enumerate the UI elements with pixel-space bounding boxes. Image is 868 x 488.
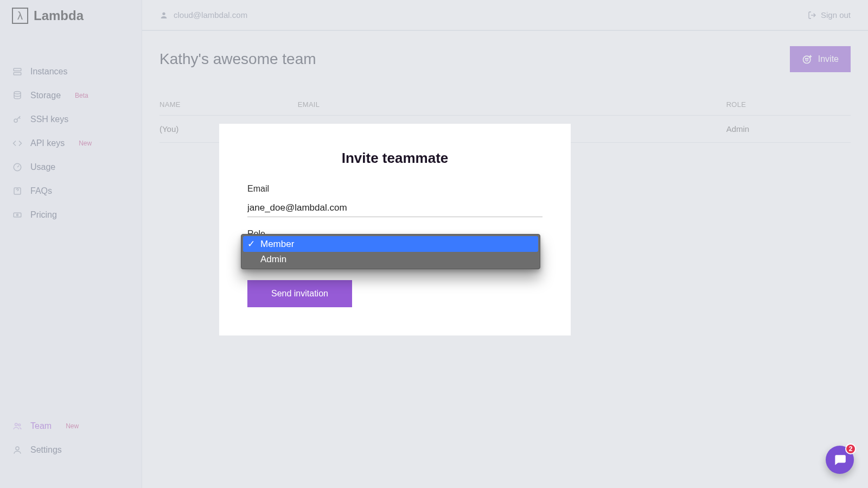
sidebar-item-settings[interactable]: Settings	[0, 439, 142, 461]
code-icon	[12, 138, 23, 149]
brand-name: Lambda	[34, 8, 84, 23]
topbar-user-email: cloud@lambdal.com	[174, 10, 247, 20]
role-option-label: Admin	[260, 254, 286, 265]
svg-point-2	[14, 92, 21, 94]
sidebar-item-label: Instances	[30, 67, 67, 77]
sidebar-bottom: Team New Settings	[0, 415, 142, 461]
sidebar-item-api-keys[interactable]: API keys New	[0, 132, 142, 154]
sidebar-item-label: Team	[30, 421, 52, 431]
signout-link[interactable]: Sign out	[808, 10, 851, 20]
sidebar-item-badge: New	[76, 139, 94, 148]
svg-point-7	[17, 214, 18, 216]
signout-label: Sign out	[821, 10, 851, 20]
database-icon	[12, 90, 23, 101]
sidebar-item-label: Settings	[30, 445, 62, 455]
sidebar-item-pricing[interactable]: Pricing	[0, 204, 142, 226]
sidebar-item-team[interactable]: Team New	[0, 415, 142, 437]
role-select-popup: ✓ Member Admin	[241, 234, 540, 269]
logo: λ Lambda	[0, 0, 142, 28]
send-invitation-label: Send invitation	[271, 289, 328, 298]
svg-point-15	[807, 58, 808, 59]
sidebar-item-usage[interactable]: Usage	[0, 156, 142, 178]
sidebar-item-instances[interactable]: Instances	[0, 61, 142, 83]
role-option-admin[interactable]: Admin	[243, 252, 538, 267]
team-icon	[12, 421, 23, 432]
svg-point-14	[805, 58, 806, 59]
sidebar-item-label: SSH keys	[30, 115, 68, 124]
invite-button[interactable]: Invite	[790, 46, 851, 72]
col-name: NAME	[159, 94, 298, 116]
gauge-icon	[12, 162, 23, 173]
sidebar-item-label: Pricing	[30, 210, 57, 220]
sidebar-item-label: Usage	[30, 162, 55, 172]
svg-point-9	[18, 424, 21, 426]
modal-title: Invite teammate	[247, 150, 542, 167]
svg-point-8	[15, 423, 18, 426]
money-icon	[12, 210, 23, 220]
svg-point-10	[16, 447, 19, 450]
svg-rect-6	[14, 213, 21, 217]
sidebar-item-label: Storage	[30, 91, 61, 100]
page-header: Kathy's awesome team Invite	[159, 46, 851, 72]
user-icon	[12, 445, 23, 455]
topbar-user[interactable]: cloud@lambdal.com	[159, 10, 247, 20]
role-option-member[interactable]: ✓ Member	[243, 236, 538, 252]
cell-role: Admin	[726, 116, 851, 143]
col-role: ROLE	[726, 94, 851, 116]
sidebar-nav: Instances Storage Beta SSH keys API key	[0, 61, 142, 226]
svg-point-13	[803, 56, 810, 63]
send-invitation-button[interactable]: Send invitation	[247, 280, 352, 307]
sidebar-item-ssh-keys[interactable]: SSH keys	[0, 109, 142, 130]
col-email: EMAIL	[298, 94, 726, 116]
person-icon	[159, 11, 168, 20]
svg-point-3	[14, 119, 17, 122]
topbar: cloud@lambdal.com Sign out	[142, 0, 868, 30]
sidebar-item-badge: Beta	[73, 91, 91, 100]
check-icon: ✓	[247, 238, 256, 250]
svg-rect-1	[14, 73, 21, 75]
sidebar-item-storage[interactable]: Storage Beta	[0, 85, 142, 106]
signout-icon	[808, 11, 816, 20]
page-title: Kathy's awesome team	[159, 50, 316, 68]
svg-point-11	[162, 12, 165, 15]
table-header-row: NAME EMAIL ROLE	[159, 94, 851, 116]
sidebar-item-label: API keys	[30, 138, 65, 148]
role-option-label: Member	[260, 239, 294, 250]
invite-button-label: Invite	[818, 54, 839, 64]
invite-modal: Invite teammate Email Role Send invitati…	[219, 124, 571, 335]
key-icon	[12, 114, 23, 125]
sidebar-item-label: FAQs	[30, 186, 52, 196]
smile-plus-icon	[802, 54, 813, 65]
field-email: Email	[247, 184, 542, 217]
chat-launcher[interactable]: 2	[826, 446, 854, 474]
sidebar: λ Lambda Instances Storage Beta	[0, 0, 142, 488]
email-label: Email	[247, 184, 542, 194]
sidebar-item-faqs[interactable]: FAQs	[0, 180, 142, 202]
chat-badge: 2	[845, 443, 856, 454]
sidebar-item-badge: New	[63, 422, 81, 430]
email-input[interactable]	[247, 199, 542, 217]
lambda-logo-icon: λ	[12, 8, 28, 24]
svg-rect-0	[14, 68, 21, 71]
server-icon	[12, 66, 23, 77]
chat-icon	[833, 453, 847, 467]
help-icon	[12, 186, 23, 197]
